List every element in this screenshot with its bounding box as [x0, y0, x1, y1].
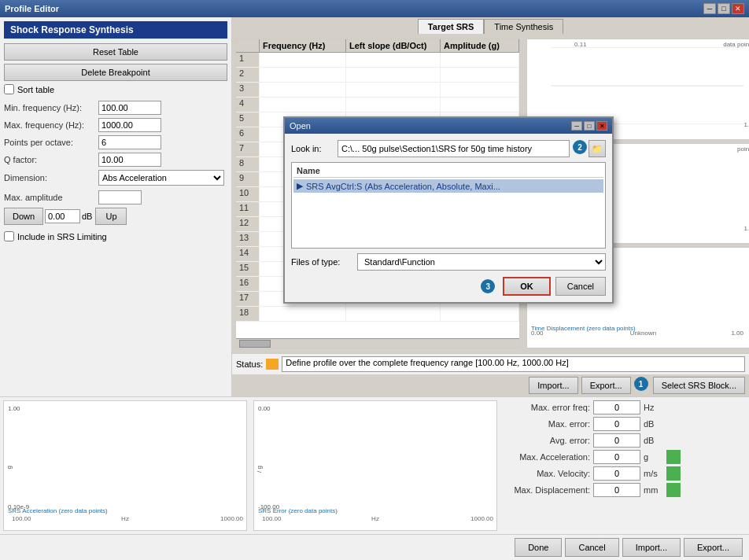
nav-folder-btn[interactable]: 📁 [588, 140, 606, 157]
status-label: Status: [236, 359, 263, 369]
import-bottom-button[interactable]: Import... [622, 538, 681, 557]
files-of-type-select[interactable]: Standard\Function [357, 253, 606, 271]
delete-breakpoint-button[interactable]: Delete Breakpoint [4, 64, 227, 81]
db-label: dB [82, 212, 92, 221]
max-vel-row: Max. Velocity: m/s [504, 466, 746, 481]
top-chart-x-max: 1.00 [743, 121, 749, 128]
mid-chart-label: points) [737, 146, 749, 153]
max-accel-indicator [666, 450, 681, 464]
max-accel-input[interactable] [593, 450, 640, 464]
file-name-header: Name [293, 164, 603, 178]
look-in-input[interactable] [338, 140, 570, 157]
srs-error-chart: 0.00 -100.00 SRS Error (zero data points… [253, 400, 497, 531]
look-in-nav: 2 📁 [573, 140, 606, 157]
file-item-icon: ▶ [297, 181, 303, 191]
srs-accel-y-label: g [6, 466, 13, 469]
table-row: 4 [236, 98, 519, 112]
max-amplitude-row: Max. amplitude [4, 190, 227, 204]
scrollbar-thumb[interactable] [239, 340, 271, 348]
cancel-bottom-button[interactable]: Cancel [565, 538, 618, 557]
max-error-input[interactable] [593, 417, 640, 431]
done-button[interactable]: Done [515, 538, 562, 557]
look-in-label: Look in: [291, 144, 334, 153]
max-amplitude-label: Max. amplitude [4, 193, 98, 202]
maximize-btn[interactable]: □ [718, 3, 730, 14]
points-oct-input[interactable] [98, 135, 161, 149]
dialog-restore-btn[interactable]: □ [584, 121, 595, 131]
down-button[interactable]: Down [4, 208, 43, 225]
dialog-minimize-btn[interactable]: ─ [571, 121, 582, 131]
max-freq-input[interactable] [98, 118, 161, 132]
th-slope: Left slope (dB/Oct) [346, 39, 441, 52]
include-srs-row: Include in SRS Limiting [4, 231, 227, 241]
dialog-close-btn[interactable]: ✕ [596, 121, 607, 131]
dialog-ok-button[interactable]: OK [503, 277, 551, 296]
sort-table-label: Sort table [17, 85, 54, 94]
dimension-row: Dimension: Abs Acceleration [4, 170, 227, 186]
dialog-cancel-button[interactable]: Cancel [555, 277, 606, 296]
max-disp-unit: mm [644, 485, 663, 495]
q-factor-input[interactable] [98, 153, 161, 167]
bottom-action-bar: Done Cancel Import... Export... [0, 534, 749, 560]
sort-table-checkbox[interactable] [4, 84, 14, 94]
minimize-btn[interactable]: ─ [703, 3, 716, 14]
points-oct-row: Points per octave: [4, 135, 227, 149]
down-up-row: Down dB Up [4, 208, 227, 225]
sort-table-row: Sort table [4, 84, 227, 94]
max-disp-row: Max. Displacement: mm [504, 483, 746, 497]
disp-x-max: 1.00 [731, 330, 743, 337]
table-row: 18 [236, 307, 519, 322]
select-srs-button[interactable]: Select SRS Block... [653, 377, 745, 394]
q-factor-row: Q factor: [4, 153, 227, 167]
include-srs-checkbox[interactable] [4, 231, 14, 241]
srs-accel-y-max: 1.00 [8, 405, 20, 412]
srs-accel-label: SRS Acceleration (zero data points) [8, 507, 108, 514]
reset-table-button[interactable]: Reset Table [4, 43, 227, 61]
disp-unknown: Unknown [630, 330, 656, 337]
dimension-select[interactable]: Abs Acceleration [98, 170, 224, 186]
include-srs-label: Include in SRS Limiting [17, 232, 107, 241]
max-error-freq-unit: Hz [644, 403, 663, 412]
max-freq-row: Max. frequency (Hz): [4, 118, 227, 132]
max-vel-input[interactable] [593, 466, 640, 481]
window-controls: ─ □ ✕ [703, 3, 744, 14]
srs-title: Shock Response Synthesis [4, 21, 227, 39]
max-disp-indicator [666, 483, 681, 497]
max-error-label: Max. error: [504, 419, 590, 429]
max-amplitude-input[interactable] [98, 190, 142, 204]
min-freq-input[interactable] [98, 101, 161, 115]
dialog-title: Open [290, 121, 311, 131]
tab-time-synthesis[interactable]: Time Synthesis [484, 19, 563, 34]
max-freq-label: Max. frequency (Hz): [4, 120, 98, 130]
close-btn[interactable]: ✕ [732, 3, 744, 14]
title-bar: Profile Editor ─ □ ✕ [0, 0, 749, 17]
metrics-panel: Max. error freq: Hz Max. error: dB Avg. … [500, 397, 749, 534]
max-vel-label: Max. Velocity: [504, 469, 590, 478]
avg-error-label: Avg. error: [504, 436, 590, 445]
dialog-body: Look in: 2 📁 Name ▶ SRS AvgCtrl:S (Abs A… [285, 134, 612, 302]
dimension-label: Dimension: [4, 173, 98, 182]
tab-target-srs[interactable]: Target SRS [418, 19, 484, 34]
srs-error-y-max: 0.00 [258, 405, 271, 412]
max-error-unit: dB [644, 419, 663, 429]
export-bottom-button[interactable]: Export... [684, 538, 743, 557]
import-button[interactable]: Import... [529, 377, 577, 394]
srs-error-x-min: 100.00 [262, 515, 281, 522]
srs-acceleration-chart: 1.00 0.10e-9 SRS Acceleration (zero data… [3, 400, 247, 531]
up-button[interactable]: Up [95, 208, 127, 225]
file-item[interactable]: ▶ SRS AvgCtrl:S (Abs Acceleration, Absol… [293, 179, 603, 193]
th-frequency: Frequency (Hz) [260, 39, 346, 52]
db-value-input[interactable] [45, 209, 80, 223]
export-button[interactable]: Export... [581, 377, 631, 394]
dialog-title-bar: Open ─ □ ✕ [285, 118, 612, 134]
srs-accel-x-max: 1000.00 [220, 515, 243, 522]
srs-accel-x-unit: Hz [121, 515, 129, 522]
th-amplitude: Amplitude (g) [441, 39, 519, 52]
disp-x-min: 0.00 [531, 330, 544, 337]
max-disp-input[interactable] [593, 483, 640, 497]
avg-error-input[interactable] [593, 433, 640, 448]
th-rownum [236, 39, 260, 52]
table-scrollbar[interactable] [236, 338, 519, 348]
max-error-freq-input[interactable] [593, 400, 640, 414]
window-title: Profile Editor [5, 4, 59, 13]
